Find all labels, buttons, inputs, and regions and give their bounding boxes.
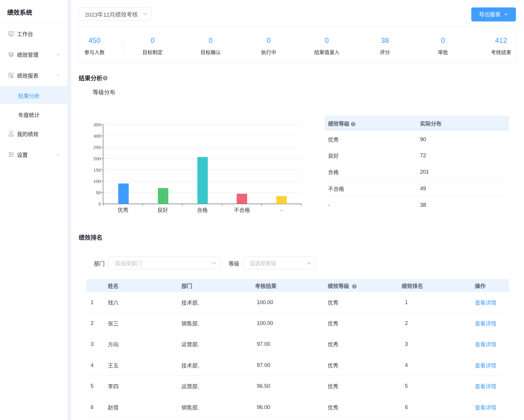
svg-text:250: 250 [93,145,101,150]
svg-text:150: 150 [93,167,101,172]
svg-text:50: 50 [96,190,101,195]
svg-text:0: 0 [98,201,101,206]
svg-text:-: - [281,207,282,213]
svg-text:不合格: 不合格 [234,207,250,213]
svg-text:100: 100 [93,179,101,184]
svg-text:合格: 合格 [197,207,208,213]
svg-text:200: 200 [93,156,101,161]
svg-text:良好: 良好 [157,207,168,213]
svg-text:350: 350 [93,122,101,127]
svg-text:300: 300 [93,133,101,139]
svg-text:优秀: 优秀 [118,207,128,213]
